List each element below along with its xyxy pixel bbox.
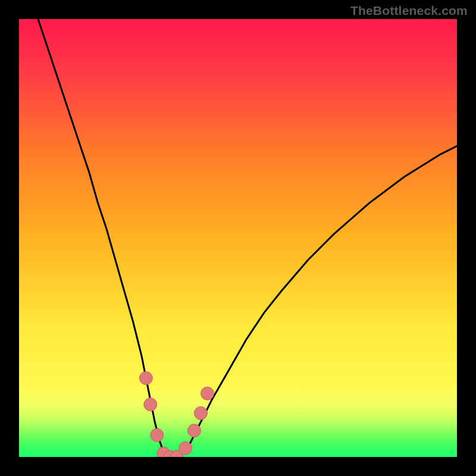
plot-area <box>19 19 457 457</box>
curve-marker <box>201 387 214 400</box>
curve-marker <box>139 372 152 385</box>
chart-frame: TheBottleneck.com <box>0 0 476 476</box>
gradient-background <box>19 19 457 457</box>
curve-marker <box>194 406 207 419</box>
curve-marker <box>187 424 201 437</box>
watermark-text: TheBottleneck.com <box>350 4 468 18</box>
curve-marker <box>179 441 192 455</box>
chart-svg <box>19 19 457 457</box>
curve-marker <box>144 398 157 411</box>
curve-marker <box>151 428 164 441</box>
